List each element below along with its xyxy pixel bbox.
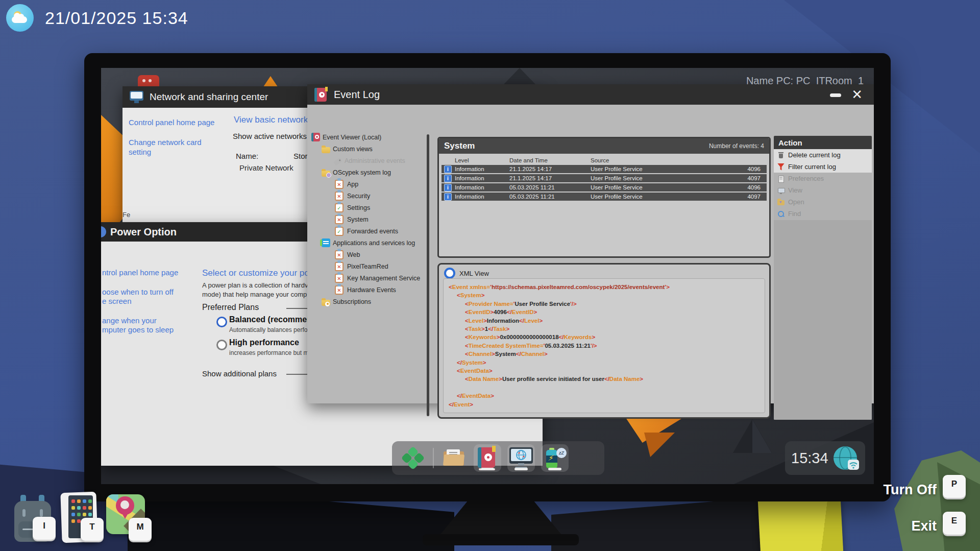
action-label: Find (788, 210, 801, 218)
xml-content: <Event xmlns='https://schemas.pixelteamr… (443, 278, 765, 413)
tree-item-applications-and-services-log[interactable]: Applications and services log (310, 237, 427, 249)
open-folder-icon (777, 200, 785, 205)
desktop-root: 21/01/2025 15:34 Name PC: PC_ITRoom_1 Ne… (0, 0, 980, 551)
book-icon (311, 133, 320, 141)
tree-item-event-viewer-local[interactable]: Event Viewer (Local) (310, 131, 427, 143)
clipboard-x-icon: ✕ (335, 262, 344, 271)
event-log-body: Event Viewer (Local)Custom viewsAdminist… (307, 105, 874, 403)
clipboard-x-icon: ✕ (335, 274, 344, 283)
tree-item-pixelteamred[interactable]: ✕PixelTeamRed (310, 260, 427, 272)
action-delete-current-log[interactable]: Delete current log (774, 149, 872, 161)
event-row[interactable]: iInformation05.03.2025 11:21User Profile… (442, 193, 767, 201)
action-open: Open (774, 196, 872, 208)
col-datetime[interactable]: Date and Time (509, 157, 548, 163)
key-badge-inventory[interactable]: I (33, 517, 56, 540)
tree-scrollbar[interactable] (427, 134, 429, 416)
xml-line (447, 384, 762, 392)
key-badge-map[interactable]: M (129, 518, 152, 541)
xml-line: <TimeCreated SystemTime='05.03.2025 11:2… (447, 342, 762, 350)
tree-item-label: Applications and services log (333, 239, 415, 247)
turn-off-label[interactable]: Turn Off (837, 482, 937, 498)
event-row[interactable]: iInformation21.1.2025 14:17User Profile … (442, 165, 767, 173)
tree-item-label: System (347, 216, 369, 223)
event-row[interactable]: iInformation05.03.2025 11:21User Profile… (442, 183, 767, 191)
tree-item-administrative-events[interactable]: Administrative events (310, 155, 427, 166)
event-log-window: Event Log ✕ Event Viewer (Local)Custom v… (307, 84, 874, 403)
xml-line: <Task>1</Task> (447, 325, 762, 333)
plan-highperf-label[interactable]: High performance (229, 338, 299, 347)
col-level[interactable]: Level (455, 157, 469, 163)
tree-item-system[interactable]: ✕System (310, 213, 427, 225)
wallpaper-shape (644, 433, 675, 457)
xml-line: </EventData> (447, 392, 762, 400)
tree-item-settings[interactable]: ✓Settings (310, 202, 427, 213)
link-change-network-card[interactable]: Change network card setting (129, 137, 223, 157)
xml-line: <Level>Information</Level> (447, 317, 762, 325)
event-source: User Profile Service (591, 166, 643, 172)
minimize-button[interactable] (830, 93, 841, 97)
event-log-titlebar[interactable]: Event Log ✕ (307, 84, 874, 105)
network-type-label: Private Network (239, 163, 293, 172)
power-battery-icon: ⚡zZ (543, 447, 567, 469)
dock-item-power-options-app[interactable]: ⚡zZ (541, 444, 569, 472)
close-button[interactable]: ✕ (851, 86, 863, 103)
plan-highperf-desc: increases performance but ma (229, 349, 312, 356)
key-badge-exit[interactable]: E (943, 512, 966, 535)
network-window-title: Network and sharing center (150, 91, 268, 103)
exit-label[interactable]: Exit (837, 518, 937, 534)
key-badge-turn-off[interactable]: P (943, 475, 966, 498)
event-datetime: 21.1.2025 14:17 (509, 166, 552, 172)
tree-item-subscriptions[interactable]: Subscriptions (310, 296, 427, 307)
tree-item-label: Settings (347, 204, 370, 211)
action-items: Delete current logFilter current logPref… (774, 149, 872, 220)
action-filter-current-log[interactable]: Filter current log (774, 161, 872, 173)
xml-line: <Event xmlns='https://schemas.pixelteamr… (447, 283, 762, 291)
radio-high-performance[interactable] (216, 340, 227, 350)
event-id: 4097 (747, 175, 761, 181)
action-label: Filter current log (788, 163, 836, 171)
tree-item-security[interactable]: ✕Security (310, 190, 427, 202)
tree-item-oscypek-system-log[interactable]: OScypek system log (310, 166, 427, 178)
power-body-line2: mode) that help manage your comp (202, 291, 307, 298)
dock-divider (433, 448, 434, 468)
power-link-1[interactable]: oose when to turn offe screen (102, 288, 199, 306)
key-badge-tablet[interactable]: T (81, 518, 104, 541)
power-link-2[interactable]: ange when yourmputer goes to sleep (102, 316, 199, 334)
power-link-0[interactable]: ntrol panel home page (102, 268, 199, 277)
event-log-title: Event Log (334, 89, 380, 101)
show-additional-plans-label[interactable]: Show additional plans (202, 369, 277, 378)
col-source[interactable]: Source (591, 157, 609, 163)
tree-item-label: Key Management Service (347, 275, 420, 282)
folder-icon (322, 147, 330, 153)
plan-balanced-label[interactable]: Balanced (recommend (229, 315, 317, 324)
tree-item-key-management-service[interactable]: ✕Key Management Service (310, 272, 427, 284)
tree-item-hardware-events[interactable]: ✕Hardware Events (310, 284, 427, 296)
dock-item-event-log-app[interactable] (474, 444, 501, 472)
weather-icon (6, 4, 34, 32)
preferred-plans-label: Preferred Plans (202, 303, 259, 312)
network-globe-icon[interactable] (834, 446, 857, 470)
radio-balanced[interactable] (216, 317, 227, 327)
tree-item-label: Forwarded events (347, 228, 398, 235)
dock-item-network-center-app[interactable] (507, 444, 535, 472)
xml-line: <EventID>4096</EventID> (447, 308, 762, 316)
tree-item-web[interactable]: ✕Web (310, 249, 427, 260)
network-monitor-icon (509, 447, 533, 469)
dock-item-start-clover[interactable] (399, 444, 427, 472)
link-control-panel-home[interactable]: Control panel home page (129, 118, 214, 127)
dock: ⚡zZ (392, 441, 604, 475)
tree-item-app[interactable]: ✕App (310, 178, 427, 190)
tree-item-forwarded-events[interactable]: ✓Forwarded events (310, 225, 427, 237)
system-panel-title: System (444, 141, 475, 151)
clipboard-x-icon: ✕ (335, 215, 344, 224)
show-active-networks-label: Show active networks (233, 132, 307, 140)
clipboard-x-icon: ✕ (335, 180, 344, 189)
tree-item-custom-views[interactable]: Custom views (310, 143, 427, 155)
event-log-book-icon (314, 88, 328, 102)
monitor-stand (438, 500, 564, 537)
xml-view-radio-icon[interactable] (444, 268, 455, 279)
xml-line: <System> (447, 291, 762, 299)
dock-item-file-manager[interactable] (440, 444, 468, 472)
dock-clock: 15:34 (785, 441, 865, 475)
event-row[interactable]: iInformation21.1.2025 14:17User Profile … (442, 174, 767, 182)
